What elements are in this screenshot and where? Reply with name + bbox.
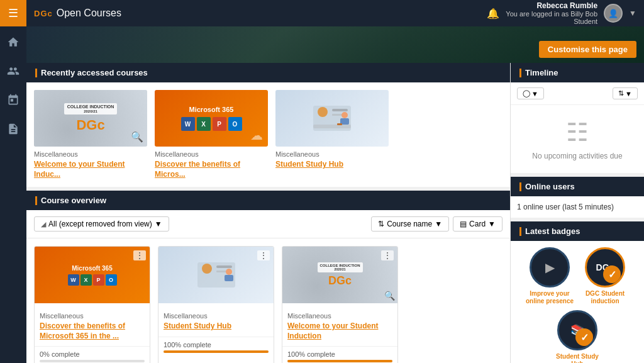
timeline-filter-caret: ▼: [531, 90, 538, 98]
overview-card-body-1: Miscellaneous Discover the benefits of M…: [35, 303, 150, 346]
left-panel: Recently accessed courses COLLEGE INDUCT…: [26, 63, 510, 363]
sidebar-item-home[interactable]: [0, 29, 26, 55]
filter-button[interactable]: ◢ All (except removed from view) ▼: [34, 216, 169, 232]
sidebar-item-calendar[interactable]: [0, 87, 26, 113]
username: Rebecca Rumble: [506, 1, 597, 10]
recent-card-title-1[interactable]: Welcome to your Student Induc...: [34, 160, 147, 179]
overview-ms365-icons: W X P O: [68, 274, 117, 286]
recent-card-category-2: Miscellaneous: [155, 150, 268, 158]
recent-thumb-1: COLLEGE INDUCTION2020/21 DGc 🔍: [34, 90, 147, 147]
progress-text-2: 100% complete: [164, 341, 269, 349]
ppt-icon-2: P: [93, 274, 104, 286]
progress-fill-2: [164, 350, 269, 353]
recent-card-category-3: Miscellaneous: [275, 150, 389, 158]
badge-item-2: DGc ✓ DGC Student induction: [580, 247, 630, 305]
timeline-toolbar: ◯ ▼ ⇅ ▼: [511, 82, 644, 105]
svg-point-5: [341, 112, 348, 118]
study-illustration-2: [185, 250, 248, 300]
overview-study-content: [158, 247, 274, 303]
excel-icon: X: [197, 117, 211, 131]
study-illustration: [301, 93, 364, 143]
timeline-empty-message: No upcoming activities due: [517, 152, 638, 160]
sidebar-item-documents[interactable]: [0, 116, 26, 142]
recently-accessed-title: Recently accessed courses: [41, 68, 148, 77]
document-icon: [7, 123, 19, 135]
online-users-title: Online users: [525, 182, 575, 191]
overview-category-3: Miscellaneous: [287, 312, 392, 320]
accent-bar-4: [519, 182, 521, 191]
logo-dgc: DGc: [34, 9, 53, 18]
view-button[interactable]: ▤ Card ▼: [453, 216, 502, 232]
recent-card-title-2[interactable]: Discover the benefits of Micros...: [155, 160, 268, 179]
overview-title-1[interactable]: Discover the benefits of Microsoft 365 i…: [40, 321, 145, 341]
online-users-body: 1 online user (last 5 minutes): [511, 196, 644, 218]
overview-card-3: COLLEGE INDUCTION2020/21 DGc 🔍 ⋮ Miscell…: [282, 246, 398, 363]
course-overview-header: Course overview: [26, 191, 510, 210]
progress-section-3: 100% complete: [282, 346, 397, 363]
recent-course-card-2: Microsoft 365 W X P O ☁: [155, 90, 268, 179]
recent-thumb-2: Microsoft 365 W X P O ☁: [155, 90, 268, 147]
recently-accessed-body: COLLEGE INDUCTION2020/21 DGc 🔍 Miscellan…: [26, 82, 510, 187]
content-area: Recently accessed courses COLLEGE INDUCT…: [26, 63, 644, 363]
dgc-logo-thumb-2: DGc: [328, 274, 352, 288]
logo: DGc Open Courses: [34, 8, 121, 19]
overview-ms365-content: Microsoft 365 W X P O: [35, 247, 150, 303]
badges-body: ▶ Improve your online presence DGc ✓ DGC…: [511, 241, 644, 363]
timeline-empty-icon: ☷: [517, 118, 638, 147]
customize-page-button[interactable]: Customise this page: [539, 41, 636, 58]
avatar[interactable]: 👤: [604, 4, 623, 23]
user-info: Rebecca Rumble You are logged in as Bill…: [506, 1, 597, 25]
sort-button[interactable]: ⇅ Course name ▼: [371, 216, 449, 232]
progress-section-1: 0% complete: [35, 346, 150, 363]
word-icon: W: [181, 117, 195, 131]
badge-circle-3: 📚 ✓: [557, 310, 597, 350]
online-users-section: Online users 1 online user (last 5 minut…: [511, 177, 644, 218]
badge-label-2: DGC Student induction: [580, 290, 630, 305]
view-icon: ▤: [460, 220, 467, 228]
timeline-filter-button[interactable]: ◯ ▼: [517, 87, 544, 99]
overview-toolbar: ◢ All (except removed from view) ▼ ⇅ Cou…: [26, 210, 510, 238]
sort-caret-icon: ▼: [435, 220, 442, 228]
timeline-empty: ☷ No upcoming activities due: [511, 105, 644, 173]
ppt-icon: P: [213, 117, 226, 131]
hamburger-icon: ☰: [8, 6, 18, 20]
accent-bar-2: [35, 196, 37, 205]
hamburger-button[interactable]: ☰: [0, 0, 26, 26]
svg-rect-7: [337, 123, 342, 125]
ms365-icons: W X P O: [181, 117, 242, 131]
card-menu-1[interactable]: ⋮: [133, 250, 146, 260]
calendar-icon: [7, 94, 19, 106]
magnify-icon: 🔍: [131, 131, 143, 143]
overview-card-body-2: Miscellaneous Student Study Hub: [158, 303, 274, 337]
badge-circle-2: DGc ✓: [585, 247, 625, 288]
timeline-section: Timeline ◯ ▼ ⇅ ▼ ☷ No up: [511, 63, 644, 173]
user-menu-caret-icon[interactable]: ▼: [629, 9, 636, 18]
hero-banner: Customise this page: [26, 26, 644, 63]
toolbar-right: ⇅ Course name ▼ ▤ Card ▼: [371, 216, 502, 232]
recently-accessed-section: Recently accessed courses COLLEGE INDUCT…: [26, 63, 510, 187]
word-icon-2: W: [68, 274, 79, 286]
overview-title-2[interactable]: Student Study Hub: [164, 321, 269, 332]
outlook-icon-2: O: [106, 274, 117, 286]
recent-card-title-3[interactable]: Student Study Hub: [275, 160, 389, 170]
svg-rect-4: [313, 125, 351, 128]
badge-circle-1: ▶: [530, 247, 570, 288]
badge-label-3: Student Study Hub: [552, 353, 602, 363]
overview-title-3[interactable]: Welcome to your Student Induction: [287, 321, 392, 341]
home-icon: [7, 36, 19, 48]
progress-track-3: [287, 360, 392, 362]
recent-course-card-3: Miscellaneous Student Study Hub: [275, 90, 389, 179]
overview-college-content: COLLEGE INDUCTION2020/21 DGc 🔍: [282, 247, 397, 303]
recent-card-category-1: Miscellaneous: [34, 150, 147, 158]
right-panel: Timeline ◯ ▼ ⇅ ▼ ☷ No up: [510, 63, 644, 363]
sidebar: ☰: [0, 0, 26, 363]
overview-ms365-label: Microsoft 365: [72, 265, 112, 272]
card-menu-2[interactable]: ⋮: [257, 250, 270, 260]
card-menu-3[interactable]: ⋮: [381, 250, 394, 260]
notification-bell-icon[interactable]: 🔔: [487, 8, 499, 20]
online-users-header: Online users: [511, 177, 644, 196]
timeline-sort-button[interactable]: ⇅ ▼: [613, 87, 638, 99]
sidebar-item-people[interactable]: [0, 58, 26, 84]
svg-point-1: [318, 107, 328, 117]
course-overview-title: Course overview: [41, 196, 106, 205]
